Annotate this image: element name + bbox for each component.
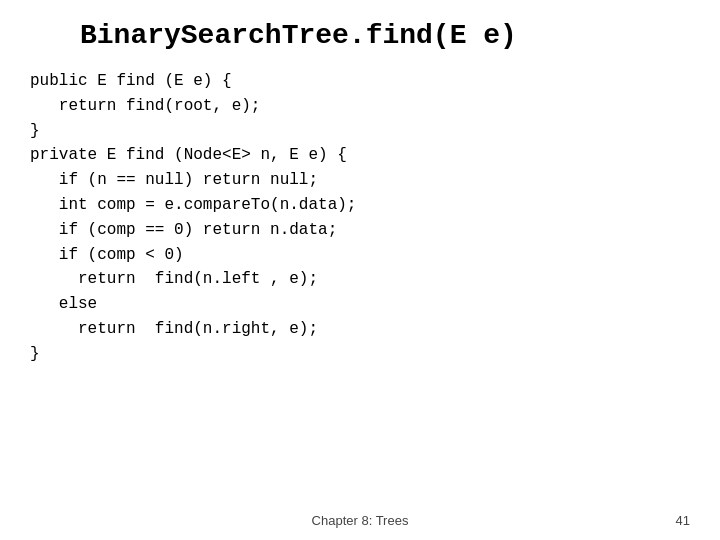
slide-container: BinarySearchTree.find(E e) public E find…	[0, 0, 720, 540]
footer-chapter: Chapter 8: Trees	[312, 513, 409, 528]
footer-page: 41	[676, 513, 690, 528]
code-block: public E find (E e) { return find(root, …	[30, 69, 690, 500]
slide-title: BinarySearchTree.find(E e)	[30, 20, 690, 51]
